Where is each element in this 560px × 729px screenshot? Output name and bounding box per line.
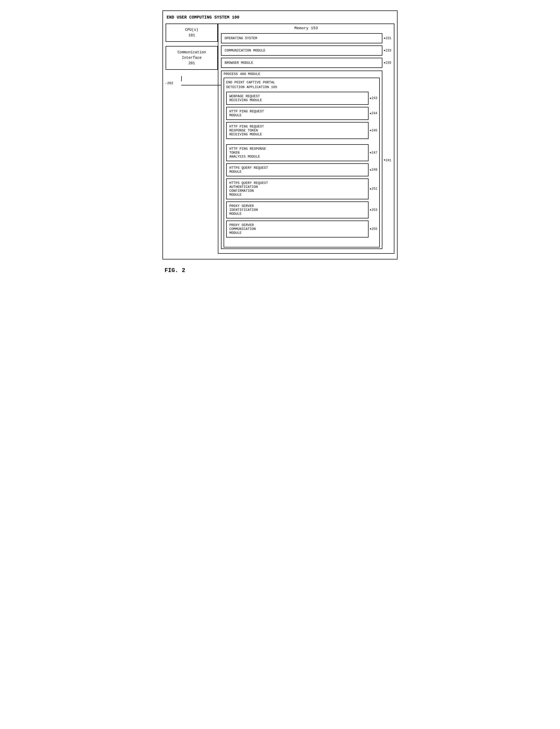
process-outer-wrapper: PROCESS 400 MODULE END POINT CAPTIVE POR… [221,71,382,249]
os-module-label: OPERATING SYSTEM [225,36,257,40]
outer-system-box: END USER COMPUTING SYSTEM 100 CPU(s)101 … [162,10,398,259]
os-module-box: OPERATING SYSTEM [221,33,382,43]
process-title-row: PROCESS 400 MODULE END POINT CAPTIVE POR… [221,71,391,249]
module-arrow-5: ◄ [370,188,371,190]
browser-module-row: BROWSER MODULE ◄ 235 [221,58,391,68]
module-arrow-0: ◄ [370,97,371,100]
module-ref-1: 244 [372,112,377,115]
fig-label: FIG. 2 [162,267,398,274]
browser-module-label: BROWSER MODULE [225,61,253,65]
process-ref-area: ◄ 241 [383,157,391,162]
module-row-3: HTTP PING RESPONSE TOKEN ANALYSIS MODULE… [226,144,377,161]
module-row-1: HTTP PING REQUEST MODULE ◄ 244 [226,107,377,120]
browser-module-ref: 235 [386,61,391,65]
module-ref-7-area: ◄ 255 [370,227,377,231]
comm-module-ref: 233 [386,49,391,52]
cpu-label: CPU(s)101 [185,28,198,37]
endpoint-title: END POINT CAPTIVE PORTAL DETECTION APPLI… [226,80,377,90]
module-arrow-6: ◄ [370,208,371,211]
process-ref: 241 [386,159,391,162]
module-row-0: WEBPAGE REQUEST RECEIVING MODULE ◄ 243 [226,92,377,105]
module-row-5: HTTPS QUERY REQUEST AUTHENTICATION CONFI… [226,178,377,199]
module-ref-0: 243 [372,96,377,100]
process-title-text: PROCESS 400 MODULE [224,72,260,76]
endpoint-box: END POINT CAPTIVE PORTAL DETECTION APPLI… [224,78,380,247]
module-ref-4: 249 [372,168,377,172]
module-row-6: PROXY SERVER IDENTIFICATION MODULE ◄ 253 [226,201,377,218]
page-container: END USER COMPUTING SYSTEM 100 CPU(s)101 … [162,10,398,274]
module-row-7: PROXY SERVER COMMUNICATION MODULE ◄ 255 [226,220,377,237]
module-ref-0-area: ◄ 243 [370,96,377,100]
module-box-0: WEBPAGE REQUEST RECEIVING MODULE [226,92,369,105]
module-arrow-1: ◄ [370,112,371,115]
gap-1 [226,141,377,144]
bottom-pad [226,239,377,245]
module-ref-3-area: ◄ 247 [370,151,377,155]
process-arrow: ◄ [383,159,385,161]
browser-module-box: BROWSER MODULE [221,58,382,68]
module-arrow-3: ◄ [370,151,371,154]
comm-module-box: COMMUNICATION MODULE [221,45,382,56]
module-ref-4-area: ◄ 249 [370,168,377,172]
cpu-box: CPU(s)101 [166,24,218,42]
main-layout: CPU(s)101 CommunicationInterface201 202 [166,24,394,254]
comm-module-arrow: ◄ [383,49,385,52]
corner-dot [166,83,166,84]
module-box-3: HTTP PING RESPONSE TOKEN ANALYSIS MODULE [226,144,369,161]
os-row: OPERATING SYSTEM ◄ 231 [221,33,391,43]
module-ref-3: 247 [372,151,377,155]
process-header: PROCESS 400 MODULE [224,72,380,76]
comm-module-label: COMMUNICATION MODULE [225,49,265,52]
memory-and-refs: Memory 153 OPERATING SYSTEM ◄ 231 [218,24,394,254]
browser-module-ref-area: ◄ 235 [383,61,391,65]
module-ref-2-area: ◄ 245 [370,129,377,132]
module-arrow-7: ◄ [370,227,371,230]
module-arrow-4: ◄ [370,168,371,171]
outer-system-title: END USER COMPUTING SYSTEM 100 [166,14,394,20]
module-box-5: HTTPS QUERY REQUEST AUTHENTICATION CONFI… [226,178,369,199]
memory-title: Memory 153 [221,26,391,31]
module-box-6: PROXY SERVER IDENTIFICATION MODULE [226,201,369,218]
module-ref-5: 251 [372,187,377,191]
comm-interface-label: CommunicationInterface201 [177,50,206,65]
v-line-1 [181,76,182,81]
comm-module-ref-area: ◄ 233 [383,49,391,52]
module-ref-5-area: ◄ 251 [370,187,377,191]
os-ref: 231 [386,37,391,40]
os-arrow: ◄ [383,37,385,40]
module-arrow-2: ◄ [370,129,371,132]
module-ref-6: 253 [372,208,377,212]
module-box-7: PROXY SERVER COMMUNICATION MODULE [226,220,369,237]
left-column: CPU(s)101 CommunicationInterface201 202 [166,24,218,85]
browser-module-arrow: ◄ [383,61,385,64]
comm-interface-box: CommunicationInterface201 [166,46,218,70]
module-box-4: HTTPS QUERY REQUEST MODULE [226,163,369,176]
comm-module-row: COMMUNICATION MODULE ◄ 233 [221,45,391,56]
module-ref-6-area: ◄ 253 [370,208,377,212]
module-ref-1-area: ◄ 244 [370,112,377,115]
memory-outer-box: Memory 153 OPERATING SYSTEM ◄ 231 [218,24,394,254]
module-ref-2: 245 [372,129,377,132]
inner-modules-list: WEBPAGE REQUEST RECEIVING MODULE ◄ 243 [226,92,377,245]
process-container: PROCESS 400 MODULE END POINT CAPTIVE POR… [221,71,391,249]
module-box-2: HTTP PING REQUEST RESPONSE TOKEN RECEIVI… [226,122,369,139]
connector-area: 202 [166,76,218,85]
os-ref-area: ◄ 231 [383,37,391,40]
module-row-4: HTTPS QUERY REQUEST MODULE ◄ 249 [226,163,377,176]
module-ref-7: 255 [372,227,377,231]
module-box-1: HTTP PING REQUEST MODULE [226,107,369,120]
connector-label: 202 [167,81,173,85]
module-row-2: HTTP PING REQUEST RESPONSE TOKEN RECEIVI… [226,122,377,139]
